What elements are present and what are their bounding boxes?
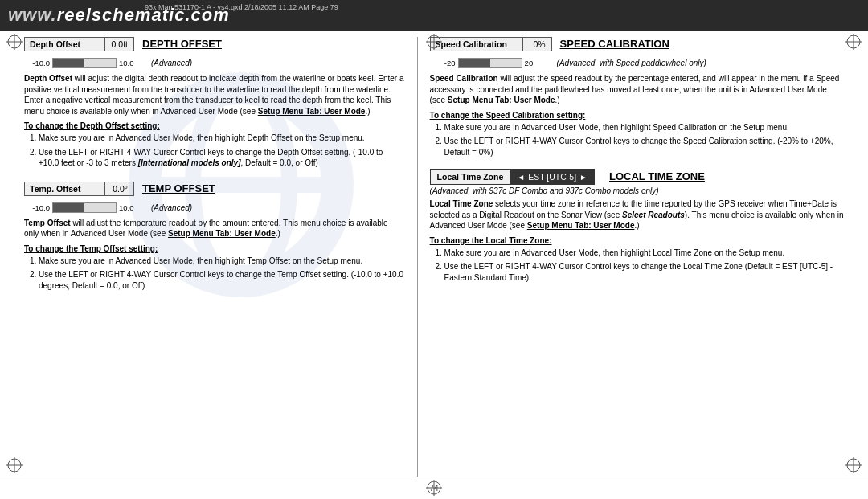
speed-cal-body: Speed Calibration will adjust the speed … bbox=[430, 73, 844, 106]
temp-offset-value: 0.0° bbox=[105, 182, 133, 195]
speed-cal-heading-line: Speed Calibration 0% SPEED CALIBRATION bbox=[430, 37, 844, 56]
ltz-step-2: Use the LEFT or RIGHT 4-WAY Cursor Contr… bbox=[444, 261, 844, 283]
ltz-widget: Local Time Zone ◄ EST [UTC-5] ► bbox=[430, 169, 595, 185]
speed-cal-slider-row: -20 20 (Advanced, with Speed paddlewheel… bbox=[430, 58, 706, 68]
speed-cal-slider-fill bbox=[459, 59, 490, 67]
arrow-left-icon: ◄ bbox=[517, 173, 525, 182]
depth-offset-step-1: Make sure you are in Advanced User Mode,… bbox=[39, 133, 405, 144]
temp-offset-change-heading: To change the Temp Offset setting: bbox=[24, 244, 405, 253]
file-info: 93x Man 531170-1 A - vs4.qxd 2/18/2005 1… bbox=[145, 3, 338, 11]
speed-cal-sub: (Advanced, with Speed paddlewheel only) bbox=[557, 59, 706, 67]
depth-offset-label: Depth Offset bbox=[25, 38, 105, 51]
speed-cal-slider-max: 20 bbox=[525, 59, 551, 67]
ltz-body: Local Time Zone selects your time zone i… bbox=[430, 198, 844, 231]
depth-offset-widget: Depth Offset 0.0ft bbox=[24, 37, 134, 51]
reg-mark-top-right bbox=[845, 34, 862, 51]
temp-offset-slider-min: -10.0 bbox=[24, 203, 50, 212]
ltz-title: LOCAL TIME ZONE bbox=[609, 170, 705, 182]
depth-offset-title: DEPTH OFFSET bbox=[142, 38, 222, 50]
reg-mark-bottom bbox=[426, 480, 442, 496]
temp-offset-slider-row: -10.0 10.0 (Advanced) bbox=[24, 202, 192, 213]
temp-offset-heading-line: Temp. Offset 0.0° TEMP OFFSET bbox=[24, 182, 405, 201]
temp-offset-slider-max: 10.0 bbox=[119, 203, 145, 212]
depth-offset-heading-line: Depth Offset 0.0ft DEPTH OFFSET bbox=[24, 37, 405, 56]
temp-offset-sub: (Advanced) bbox=[151, 203, 192, 212]
speed-cal-slider-track[interactable] bbox=[458, 58, 522, 68]
depth-offset-slider-max: 10.0 bbox=[119, 59, 145, 67]
ltz-label: Local Time Zone bbox=[431, 170, 511, 184]
reg-mark-top-center bbox=[426, 34, 442, 51]
temp-offset-slider-track[interactable] bbox=[52, 202, 117, 213]
speed-cal-title: SPEED CALIBRATION bbox=[560, 38, 669, 50]
speed-cal-widget: Speed Calibration 0% bbox=[430, 37, 552, 51]
ltz-value-box: ◄ EST [UTC-5] ► bbox=[510, 170, 594, 184]
ltz-heading-line: Local Time Zone ◄ EST [UTC-5] ► LOCAL TI… bbox=[430, 169, 844, 185]
temp-offset-label: Temp. Offset bbox=[25, 182, 105, 195]
footer: 74 bbox=[0, 477, 868, 499]
ltz-value: EST [UTC-5] bbox=[528, 172, 576, 182]
depth-offset-slider-fill bbox=[53, 59, 84, 67]
speed-cal-steps: Make sure you are in Advanced User Mode,… bbox=[430, 122, 844, 158]
depth-offset-slider-row: -10.0 10.0 (Advanced) bbox=[24, 58, 192, 68]
temp-offset-step-2: Use the LEFT or RIGHT 4-WAY Cursor Contr… bbox=[39, 269, 405, 291]
speed-cal-step-2: Use the LEFT or RIGHT 4-WAY Cursor Contr… bbox=[444, 136, 844, 157]
speed-cal-change-heading: To change the Speed Calibration setting: bbox=[430, 111, 844, 120]
depth-offset-steps: Make sure you are in Advanced User Mode,… bbox=[24, 133, 405, 169]
temp-offset-body: Temp Offset will adjust the temperature … bbox=[24, 218, 405, 239]
reg-mark-bottom-right bbox=[845, 457, 862, 475]
main-content: Depth Offset 0.0ft DEPTH OFFSET -10.0 10… bbox=[0, 31, 868, 477]
depth-offset-slider-min: -10.0 bbox=[24, 59, 50, 67]
depth-offset-change-heading: To change the Depth Offset setting: bbox=[24, 121, 405, 130]
reg-mark-bottom-left bbox=[6, 457, 23, 475]
ltz-step-1: Make sure you are in Advanced User Mode,… bbox=[444, 247, 844, 259]
arrow-right-icon: ► bbox=[579, 173, 588, 182]
speed-cal-label: Speed Calibration bbox=[431, 38, 523, 51]
temp-offset-slider-fill bbox=[53, 203, 84, 212]
reg-mark-top-left bbox=[6, 34, 23, 51]
depth-offset-body: Depth Offset will adjust the digital dep… bbox=[24, 73, 405, 117]
ltz-sub: (Advanced, with 937c DF Combo and 937c C… bbox=[430, 186, 844, 195]
header-bar: 93x Man 531170-1 A - vs4.qxd 2/18/2005 1… bbox=[0, 0, 868, 31]
depth-offset-slider-track[interactable] bbox=[52, 58, 117, 68]
depth-offset-value: 0.0ft bbox=[105, 38, 133, 51]
ltz-steps: Make sure you are in Advanced User Mode,… bbox=[430, 247, 844, 284]
ltz-change-heading: To change the Local Time Zone: bbox=[430, 236, 844, 245]
temp-offset-step-1: Make sure you are in Advanced User Mode,… bbox=[39, 256, 405, 267]
left-column: Depth Offset 0.0ft DEPTH OFFSET -10.0 10… bbox=[24, 37, 418, 477]
speed-cal-slider-min: -20 bbox=[430, 59, 456, 67]
temp-offset-title: TEMP OFFSET bbox=[142, 182, 215, 194]
temp-offset-steps: Make sure you are in Advanced User Mode,… bbox=[24, 256, 405, 292]
speed-cal-step-1: Make sure you are in Advanced User Mode,… bbox=[444, 122, 844, 133]
depth-offset-step-2: Use the LEFT or RIGHT 4-WAY Cursor Contr… bbox=[39, 147, 405, 169]
depth-offset-sub: (Advanced) bbox=[151, 59, 192, 67]
speed-cal-value: 0% bbox=[523, 38, 551, 51]
right-column: Speed Calibration 0% SPEED CALIBRATION -… bbox=[418, 37, 844, 477]
temp-offset-widget: Temp. Offset 0.0° bbox=[24, 182, 134, 196]
